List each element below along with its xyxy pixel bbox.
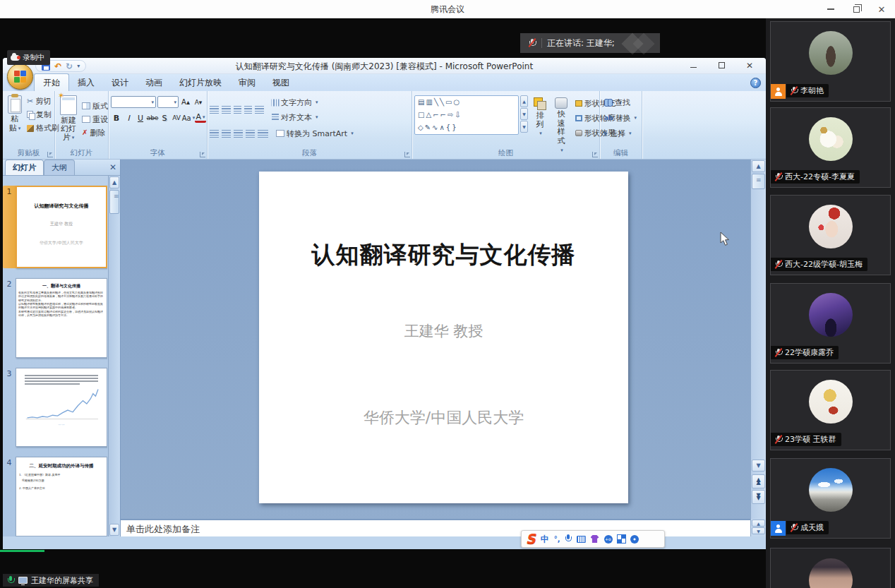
justify-icon[interactable]	[246, 130, 255, 138]
previous-slide-button[interactable]: ▲▲	[752, 474, 765, 488]
panel-close-icon[interactable]: ✕	[109, 162, 116, 172]
slide-3-thumbnail[interactable]: —·—	[16, 368, 107, 447]
tab-view[interactable]: 视图	[264, 74, 298, 91]
bold-button[interactable]: B	[111, 112, 122, 124]
tab-animations[interactable]: 动画	[137, 74, 171, 91]
grow-font-button[interactable]: A▴	[180, 97, 191, 108]
participant-tile[interactable]: 西大-22级学硕-胡玉梅	[770, 195, 891, 275]
thumbnail-row-4[interactable]: 4 二、延安时期成功的外译与传播 1. 《红星照耀中国》斯诺-吴亮平 伦敦销量2…	[3, 457, 107, 536]
font-color-button[interactable]: A	[195, 113, 206, 123]
notes-scrollbar[interactable]: ▲ ▼	[750, 519, 766, 536]
help-button[interactable]: ?	[750, 78, 761, 88]
ime-voice-icon[interactable]	[565, 534, 572, 544]
participant-tile[interactable]: 成天娥	[770, 458, 891, 539]
panel-scroll-up-icon[interactable]: ▲	[109, 176, 119, 188]
ime-keyboard-icon[interactable]	[577, 536, 586, 543]
dialog-launcher-icon[interactable]	[200, 152, 205, 157]
minimize-button[interactable]	[822, 2, 840, 16]
font-size-select[interactable]: ▾	[157, 96, 179, 108]
underline-button[interactable]: U	[135, 112, 146, 124]
panel-scroll-thumb[interactable]	[109, 190, 119, 214]
tab-slides-panel[interactable]: 幻灯片	[5, 160, 44, 175]
ppt-minimize-button[interactable]	[684, 59, 702, 71]
current-slide[interactable]: 认知翻译研究与文化传播 王建华 教授 华侨大学/中国人民大学	[259, 172, 628, 503]
shrink-font-button[interactable]: A▾	[193, 97, 204, 108]
arrange-button[interactable]: 排列	[531, 95, 549, 138]
line-spacing-icon[interactable]	[255, 106, 264, 114]
increase-indent-icon[interactable]	[244, 106, 252, 114]
tab-home[interactable]: 开始	[34, 73, 69, 91]
slide-1-thumbnail[interactable]: 认知翻译研究与文化传播 王建华 教授 华侨大学/中国人民大学	[16, 186, 107, 268]
dialog-launcher-icon[interactable]	[404, 152, 410, 157]
tab-insert[interactable]: 插入	[69, 74, 103, 91]
decrease-indent-icon[interactable]	[234, 106, 241, 114]
scroll-thumb[interactable]	[752, 174, 765, 189]
gallery-down-icon[interactable]: ▼	[520, 108, 528, 120]
notes-scroll-up-icon[interactable]: ▲	[752, 520, 765, 527]
notes-placeholder[interactable]: 单击此处添加备注	[126, 523, 200, 536]
find-button[interactable]: 查找	[602, 96, 639, 109]
participant-tile[interactable]: 23学硕 王轶群	[770, 370, 891, 450]
slide-scrollbar[interactable]: ▲ ▼ ▲▲ ▼▼	[750, 160, 766, 519]
tab-review[interactable]: 审阅	[230, 74, 264, 91]
tab-outline-panel[interactable]: 大纲	[44, 160, 75, 175]
restore-button[interactable]	[847, 2, 865, 16]
thumbnail-row-1[interactable]: 1 认知翻译研究与文化传播 王建华 教授 华侨大学/中国人民大学	[3, 186, 107, 268]
numbering-icon[interactable]	[222, 106, 231, 114]
ime-skin-icon[interactable]	[591, 535, 599, 543]
dialog-launcher-icon[interactable]	[592, 152, 598, 157]
panel-scroll-down-icon[interactable]: ▼	[109, 524, 119, 536]
align-right-icon[interactable]	[234, 130, 243, 138]
tab-design[interactable]: 设计	[103, 74, 137, 91]
align-text-button[interactable]: 对齐文本	[270, 111, 320, 124]
gallery-more-icon[interactable]: ▼	[520, 121, 528, 133]
participant-tile[interactable]: 李朝艳	[770, 21, 891, 102]
ppt-titlebar[interactable]: 认知翻译研究与文化传播 (闽南师大2023) [兼容模式] - Microsof…	[3, 58, 766, 74]
qat-customize-icon[interactable]: ▾	[77, 63, 80, 69]
italic-button[interactable]: I	[123, 112, 134, 124]
new-slide-button[interactable]: 新建幻灯片	[57, 93, 80, 144]
thumbnail-row-2[interactable]: 2 一、翻译与文化传播 有效的文化传播需要高质量的翻译，任何文化只有高质量地翻译…	[3, 278, 107, 358]
replace-button[interactable]: ab替换	[602, 112, 639, 124]
paste-button[interactable]: 粘贴	[5, 93, 25, 135]
strikethrough-button[interactable]: abe	[147, 112, 158, 124]
dialog-launcher-icon[interactable]	[47, 152, 53, 157]
slide-4-thumbnail[interactable]: 二、延安时期成功的外译与传播 1. 《红星照耀中国》斯诺-吴亮平 伦敦销量230…	[16, 457, 107, 536]
close-button[interactable]: ✕	[872, 2, 891, 16]
slide-2-thumbnail[interactable]: 一、翻译与文化传播 有效的文化传播需要高质量的翻译，任何文化只有高质量地翻译到目…	[16, 278, 107, 358]
shape-gallery[interactable]: ▤▥╲╲▭○ □△⌐⌐⇨⇩ ◇✎∿∧{}	[414, 95, 519, 135]
ppt-maximize-button[interactable]	[712, 59, 731, 71]
align-left-icon[interactable]	[210, 130, 219, 138]
panel-scrollbar[interactable]: ▲ ▼	[108, 176, 120, 536]
sogou-logo-icon[interactable]: S	[526, 532, 536, 546]
character-spacing-button[interactable]: AV	[171, 112, 182, 124]
columns-icon[interactable]	[258, 130, 268, 138]
font-name-select[interactable]: ▾	[111, 96, 156, 108]
notes-scroll-down-icon[interactable]: ▼	[752, 527, 765, 534]
scroll-down-icon[interactable]: ▼	[752, 460, 765, 472]
shadow-button[interactable]: S	[159, 112, 170, 124]
smartart-button[interactable]: 转换为 SmartArt	[274, 127, 356, 140]
quick-styles-button[interactable]: 快速样式	[552, 95, 570, 155]
thumbnail-row-3[interactable]: 3 —·—	[3, 368, 107, 447]
scroll-up-icon[interactable]: ▲	[752, 160, 765, 172]
participant-tile[interactable]	[770, 548, 891, 588]
tab-slideshow[interactable]: 幻灯片放映	[171, 74, 230, 91]
undo-icon[interactable]: ↶	[54, 62, 61, 71]
office-button[interactable]	[7, 64, 33, 90]
change-case-button[interactable]: Aa	[183, 112, 194, 124]
ime-mode-toggle[interactable]: 中	[541, 535, 549, 544]
participant-tile[interactable]: 22学硕康露乔	[770, 283, 891, 364]
select-button[interactable]: 选择	[602, 127, 639, 140]
redo-icon[interactable]: ↻	[66, 62, 73, 71]
gallery-up-icon[interactable]: ▲	[520, 95, 528, 107]
text-direction-button[interactable]: 文字方向	[270, 96, 320, 109]
participant-tile[interactable]: 西大-22专硕-李夏夏	[770, 107, 891, 188]
ime-settings-icon[interactable]	[630, 535, 639, 544]
ime-punctuation-toggle[interactable]: °,	[554, 536, 560, 543]
ime-toolbox-icon[interactable]	[618, 535, 625, 543]
next-slide-button[interactable]: ▼▼	[752, 490, 765, 504]
ime-emoji-icon[interactable]	[604, 535, 613, 544]
align-center-icon[interactable]	[222, 130, 231, 138]
ppt-close-button[interactable]: ✕	[740, 59, 759, 71]
